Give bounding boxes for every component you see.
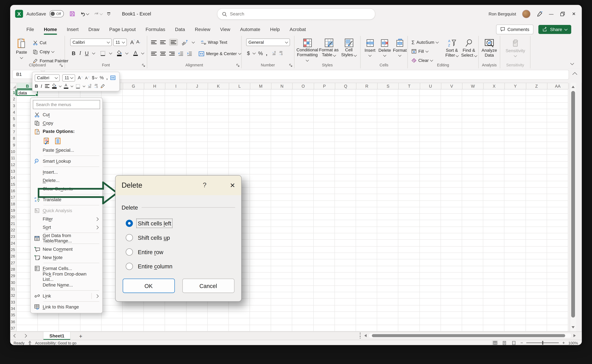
cell-D37[interactable]: [59, 325, 80, 332]
row-header-21[interactable]: 21: [10, 220, 17, 227]
cell-I10[interactable]: [165, 148, 186, 155]
orientation-icon[interactable]: ab↗: [181, 39, 189, 46]
cell-P33[interactable]: [314, 299, 335, 305]
cell-U17[interactable]: [420, 194, 441, 201]
cell-U35[interactable]: [420, 312, 441, 318]
font-size-select[interactable]: 11: [113, 39, 127, 46]
cell-R20[interactable]: [356, 214, 377, 220]
cell-L13[interactable]: [229, 168, 250, 175]
cell-P31[interactable]: [314, 286, 335, 292]
cell-N6[interactable]: [271, 122, 293, 129]
cell-Q12[interactable]: [335, 162, 356, 168]
cell-Q35[interactable]: [335, 312, 356, 318]
cell-M10[interactable]: [250, 148, 271, 155]
cell-W24[interactable]: [462, 240, 483, 247]
cell-Z14[interactable]: [526, 175, 547, 181]
cell-Y33[interactable]: [504, 299, 526, 305]
cell-O27[interactable]: [292, 260, 314, 266]
cell-X23[interactable]: [483, 234, 505, 240]
cell-K7[interactable]: [208, 129, 229, 135]
cell-X34[interactable]: [483, 305, 505, 312]
dialog-close-button[interactable]: ✕: [230, 181, 235, 189]
cell-V31[interactable]: [441, 286, 462, 292]
redo-dropdown-icon[interactable]: [100, 12, 103, 15]
cell-L1[interactable]: [229, 89, 250, 96]
row-header-4[interactable]: 4: [10, 109, 17, 116]
cell-Z13[interactable]: [526, 168, 547, 175]
vertical-scroll-thumb[interactable]: [571, 91, 575, 318]
cell-U34[interactable]: [420, 305, 441, 312]
cell-O19[interactable]: [292, 207, 314, 214]
cell-Y20[interactable]: [504, 214, 526, 220]
mini-decrease-font-icon[interactable]: Aˇ: [85, 76, 89, 80]
cell-N26[interactable]: [271, 253, 293, 260]
cell-F37[interactable]: [101, 325, 123, 332]
increase-decimal-icon[interactable]: ←0.00: [272, 51, 276, 56]
cell-R6[interactable]: [356, 122, 377, 129]
cell-X19[interactable]: [483, 207, 505, 214]
cell-X16[interactable]: [483, 188, 505, 194]
cell-M36[interactable]: [250, 318, 271, 325]
cell-O17[interactable]: [292, 194, 314, 201]
cell-U37[interactable]: [420, 325, 441, 332]
cell-G11[interactable]: [123, 155, 144, 161]
percent-format-icon[interactable]: %: [258, 50, 263, 56]
cell-P19[interactable]: [314, 207, 335, 214]
cell-W11[interactable]: [462, 155, 483, 161]
paste-button[interactable]: Paste: [13, 36, 30, 58]
cell-M26[interactable]: [250, 253, 271, 260]
cell-R9[interactable]: [356, 142, 377, 148]
cell-T32[interactable]: [398, 292, 420, 299]
cell-H8[interactable]: [144, 135, 165, 142]
menu-item-delete[interactable]: Delete...: [31, 176, 101, 184]
cell-AA36[interactable]: [547, 318, 568, 325]
cell-T20[interactable]: [398, 214, 420, 220]
cell-U36[interactable]: [420, 318, 441, 325]
cell-P6[interactable]: [314, 122, 335, 129]
cell-M14[interactable]: [250, 175, 271, 181]
cell-Z6[interactable]: [526, 122, 547, 129]
fill-color-dropdown-icon[interactable]: [125, 51, 128, 54]
tab-view[interactable]: View: [215, 23, 235, 36]
cell-V25[interactable]: [441, 247, 462, 253]
row-header-5[interactable]: 5: [10, 116, 17, 122]
cell-J13[interactable]: [186, 168, 208, 175]
mini-increase-decimal-icon[interactable]: ←0.00: [88, 84, 91, 88]
cell-Z9[interactable]: [526, 142, 547, 148]
cell-Y23[interactable]: [504, 234, 526, 240]
cell-L11[interactable]: [229, 155, 250, 161]
cell-M23[interactable]: [250, 234, 271, 240]
cell-V37[interactable]: [441, 325, 462, 332]
cell-F9[interactable]: [101, 142, 123, 148]
conditional-formatting-button[interactable]: ConditionalFormatting: [297, 36, 318, 62]
cell-M11[interactable]: [250, 155, 271, 161]
find-select-button[interactable]: Find &Select: [461, 37, 477, 58]
cell-M17[interactable]: [250, 194, 271, 201]
cell-Y22[interactable]: [504, 227, 526, 233]
tab-acrobat[interactable]: Acrobat: [285, 23, 311, 36]
cell-P30[interactable]: [314, 279, 335, 286]
tab-data[interactable]: Data: [170, 23, 190, 36]
mini-font-name-select[interactable]: Calibri: [35, 74, 60, 81]
cell-I12[interactable]: [165, 162, 186, 168]
cell-T35[interactable]: [398, 312, 420, 318]
cell-AA33[interactable]: [547, 299, 568, 305]
cell-T5[interactable]: [398, 116, 420, 122]
cell-N11[interactable]: [271, 155, 293, 161]
column-header-j[interactable]: J: [187, 83, 208, 89]
cell-R19[interactable]: [356, 207, 377, 214]
cell-O14[interactable]: [292, 175, 314, 181]
cell-S18[interactable]: [377, 201, 398, 207]
cell-Y11[interactable]: [504, 155, 526, 161]
cell-V22[interactable]: [441, 227, 462, 233]
cell-N4[interactable]: [271, 109, 293, 116]
expand-formula-bar-icon[interactable]: [572, 72, 577, 77]
cell-U30[interactable]: [420, 279, 441, 286]
cell-S2[interactable]: [377, 96, 398, 103]
cell-W23[interactable]: [462, 234, 483, 240]
cell-I11[interactable]: [165, 155, 186, 161]
tab-review[interactable]: Review: [190, 23, 215, 36]
cell-P24[interactable]: [314, 240, 335, 247]
cell-X30[interactable]: [483, 279, 505, 286]
cell-M24[interactable]: [250, 240, 271, 247]
